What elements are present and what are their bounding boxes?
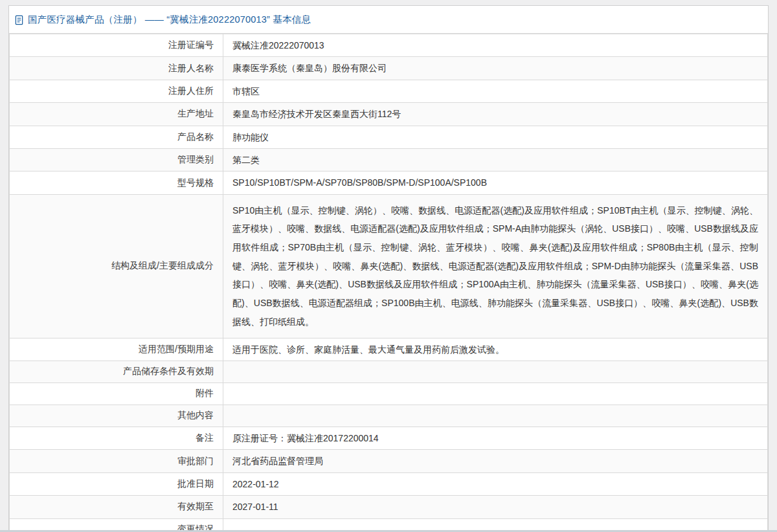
row-label: 型号规格 xyxy=(10,172,223,194)
row-value: 秦皇岛市经济技术开发区秦皇西大街112号 xyxy=(223,103,768,126)
document-icon xyxy=(14,15,24,25)
row-label-text: 生产地址 xyxy=(177,108,214,118)
table-row: 有效期至2027-01-11 xyxy=(10,496,768,518)
row-label-text: 产品储存条件及有效期 xyxy=(123,366,214,376)
row-value: 冀械注准20222070013 xyxy=(223,34,768,57)
row-label: 其他内容 xyxy=(10,405,223,427)
row-value xyxy=(223,405,768,427)
table-row: 其他内容 xyxy=(10,405,768,427)
row-label-text: 结构及组成/主要组成成分 xyxy=(111,260,214,271)
row-label: 审批部门 xyxy=(10,450,223,472)
row-value: 肺功能仪 xyxy=(223,126,768,148)
row-value: 第二类 xyxy=(223,148,768,171)
row-label-text: 适用范围/预期用途 xyxy=(139,344,214,354)
table-row: 审批部门河北省药品监督管理局 xyxy=(10,450,768,472)
row-label-text: 其他内容 xyxy=(177,410,214,420)
row-label-text: 批准日期 xyxy=(177,478,214,489)
table-row: 管理类别第二类 xyxy=(10,148,768,171)
row-value: 适用于医院、诊所、家庭肺活量、最大通气量及用药前后激发试验。 xyxy=(223,338,768,360)
table-row: 产品储存条件及有效期 xyxy=(10,360,768,382)
row-label: 有效期至 xyxy=(10,496,223,518)
row-label: 注册人住所 xyxy=(10,80,223,102)
page-header: 国产医疗器械产品（注册） —— “冀械注准20222070013” 基本信息 xyxy=(9,6,768,34)
info-table: 注册证编号冀械注准20222070013注册人名称康泰医学系统（秦皇岛）股份有限… xyxy=(9,34,768,532)
table-row: 适用范围/预期用途适用于医院、诊所、家庭肺活量、最大通气量及用药前后激发试验。 xyxy=(10,338,768,360)
row-value: 2027-01-11 xyxy=(223,496,768,518)
row-label-text: 有效期至 xyxy=(177,501,214,511)
row-value: SP10/SP10BT/SPM-A/SP70B/SP80B/SPM-D/SP10… xyxy=(223,172,768,194)
row-label: 注册人名称 xyxy=(10,57,223,80)
row-label: 生产地址 xyxy=(10,103,223,126)
page-title: 国产医疗器械产品（注册） —— “冀械注准20222070013” 基本信息 xyxy=(28,14,311,26)
row-label: 管理类别 xyxy=(10,148,223,171)
row-label-text: 附件 xyxy=(196,388,214,398)
row-label: 附件 xyxy=(10,382,223,405)
row-value: 2022-01-12 xyxy=(223,472,768,495)
row-value: 河北省药品监督管理局 xyxy=(223,450,768,472)
registration-info-panel: 国产医疗器械产品（注册） —— “冀械注准20222070013” 基本信息 注… xyxy=(8,5,769,532)
row-label-text: 管理类别 xyxy=(177,154,214,164)
row-value xyxy=(223,382,768,405)
info-table-body: 注册证编号冀械注准20222070013注册人名称康泰医学系统（秦皇岛）股份有限… xyxy=(10,34,768,532)
table-row: 附件 xyxy=(10,382,768,405)
row-value: 康泰医学系统（秦皇岛）股份有限公司 xyxy=(223,57,768,80)
row-label-text: 备注 xyxy=(196,432,214,443)
row-value: 原注册证号：冀械注准20172200014 xyxy=(223,427,768,449)
row-label-text: 产品名称 xyxy=(177,131,214,142)
table-row: 结构及组成/主要组成成分SP10由主机（显示、控制键、涡轮）、咬嘴、数据线、电源… xyxy=(10,194,768,338)
table-row: 注册证编号冀械注准20222070013 xyxy=(10,34,768,57)
table-row: 型号规格SP10/SP10BT/SPM-A/SP70B/SP80B/SPM-D/… xyxy=(10,172,768,194)
row-label-text: 注册人名称 xyxy=(168,63,214,73)
row-label-text: 审批部门 xyxy=(177,456,214,466)
row-label: 备注 xyxy=(10,427,223,449)
row-label: 产品储存条件及有效期 xyxy=(10,360,223,382)
table-row: 注册人住所市辖区 xyxy=(10,80,768,102)
table-row: 产品名称肺功能仪 xyxy=(10,126,768,148)
row-label-text: 注册证编号 xyxy=(168,39,214,50)
row-label: 批准日期 xyxy=(10,472,223,495)
row-label: 注册证编号 xyxy=(10,34,223,57)
row-label-text: 注册人住所 xyxy=(168,85,214,96)
row-value: SP10由主机（显示、控制键、涡轮）、咬嘴、数据线、电源适配器(选配)及应用软件… xyxy=(223,194,768,338)
row-label-text: 型号规格 xyxy=(177,177,214,188)
row-label: 产品名称 xyxy=(10,126,223,148)
row-label: 适用范围/预期用途 xyxy=(10,338,223,360)
row-label: 结构及组成/主要组成成分 xyxy=(10,194,223,338)
table-row: 注册人名称康泰医学系统（秦皇岛）股份有限公司 xyxy=(10,57,768,80)
table-row: 批准日期2022-01-12 xyxy=(10,472,768,495)
row-value xyxy=(223,360,768,382)
table-row: 生产地址秦皇岛市经济技术开发区秦皇西大街112号 xyxy=(10,103,768,126)
row-value: 市辖区 xyxy=(223,80,768,102)
table-row: 备注原注册证号：冀械注准20172200014 xyxy=(10,427,768,449)
